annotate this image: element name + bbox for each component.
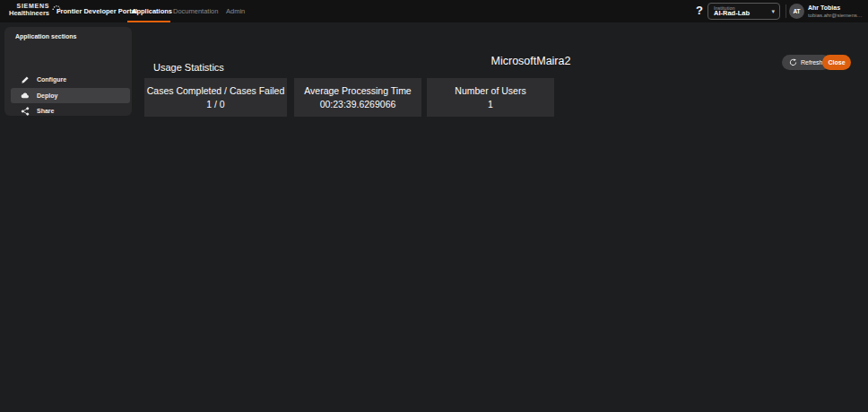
stat-value: 00:23:39.6269066	[320, 99, 396, 110]
frontier-developer-portal-page: SIEMENS Healthineers Frontier Developer …	[0, 0, 868, 412]
application-title: MicrosoftMaira2	[194, 55, 868, 67]
user-menu[interactable]: Ahr Tobias tobias.ahr@siemens-healthi...	[808, 4, 864, 19]
help-icon[interactable]: ?	[696, 4, 703, 17]
stat-card-cases: Cases Completed / Cases Failed 1 / 0	[144, 78, 287, 117]
sidebar-title: Application sections	[15, 33, 76, 39]
brand-line-healthineers: Healthineers	[9, 10, 49, 17]
stat-label: Cases Completed / Cases Failed	[147, 85, 285, 96]
tab-documentation[interactable]: Documentation	[173, 7, 218, 15]
siemens-healthineers-logo[interactable]: SIEMENS Healthineers	[9, 3, 61, 17]
stat-card-processing-time: Average Processing Time 00:23:39.6269066	[294, 78, 421, 117]
close-button[interactable]: Close	[822, 55, 851, 70]
brand-wordmark: SIEMENS Healthineers	[9, 3, 49, 17]
stat-value: 1 / 0	[206, 99, 224, 110]
close-button-label: Close	[828, 59, 845, 66]
application-sections-panel: Application sections Configure Deploy	[4, 27, 132, 116]
refresh-button-label: Refresh	[801, 59, 823, 66]
user-name: Ahr Tobias	[808, 4, 864, 12]
tab-admin[interactable]: Admin	[226, 7, 245, 15]
share-icon	[21, 107, 30, 116]
institution-dropdown[interactable]: Institution AI-Rad-Lab ▾	[707, 3, 780, 20]
sidebar-item-label: Share	[37, 108, 54, 114]
refresh-icon	[789, 58, 797, 66]
pencil-icon	[21, 75, 30, 84]
institution-dropdown-value: AI-Rad-Lab	[714, 9, 750, 17]
chevron-down-icon: ▾	[771, 8, 775, 15]
active-tab-underline	[127, 21, 170, 22]
portal-title: Frontier Developer Portal	[56, 7, 137, 15]
stat-value: 1	[488, 99, 493, 110]
cloud-icon	[21, 92, 30, 101]
sidebar-item-label: Deploy	[37, 92, 57, 99]
sidebar-item-configure[interactable]: Configure	[11, 72, 130, 87]
top-header-bar: SIEMENS Healthineers Frontier Developer …	[0, 0, 868, 22]
sidebar-item-deploy[interactable]: Deploy	[11, 88, 130, 103]
sidebar-item-label: Configure	[37, 76, 66, 83]
user-email: tobias.ahr@siemens-healthi...	[808, 12, 864, 19]
avatar[interactable]: AT	[789, 4, 804, 19]
stat-card-users: Number of Users 1	[427, 78, 554, 117]
header-divider	[786, 4, 786, 18]
stat-label: Number of Users	[455, 85, 525, 96]
tab-applications[interactable]: Applications	[132, 7, 172, 15]
sidebar-item-share[interactable]: Share	[11, 103, 130, 118]
stat-label: Average Processing Time	[304, 85, 411, 96]
